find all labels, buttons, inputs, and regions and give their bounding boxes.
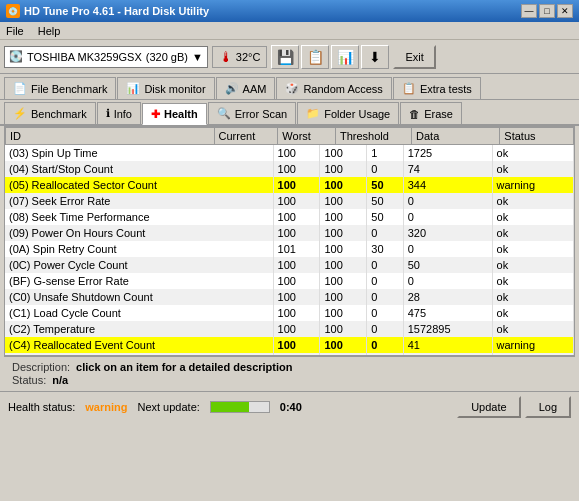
col-header-data: Data	[412, 128, 500, 145]
dropdown-arrow-icon: ▼	[192, 51, 203, 63]
description-value: click on an item for a detailed descript…	[76, 361, 292, 373]
action-buttons: Update Log	[457, 396, 571, 418]
smart-table-container: ID Current Worst Threshold Data Status (…	[4, 126, 575, 356]
save-button[interactable]: 💾	[271, 45, 299, 69]
health-status-value: warning	[85, 401, 127, 413]
table-row[interactable]: (0C) Power Cycle Count100100050ok	[5, 257, 574, 273]
smart-data-table: (03) Spin Up Time10010011725ok(04) Start…	[5, 145, 574, 355]
tab-benchmark[interactable]: ⚡ Benchmark	[4, 102, 96, 124]
col-header-id: ID	[6, 128, 215, 145]
benchmark-icon: ⚡	[13, 107, 27, 120]
col-header-current: Current	[214, 128, 278, 145]
table-scroll-area[interactable]: (03) Spin Up Time10010011725ok(04) Start…	[5, 145, 574, 355]
description-area: Description: click on an item for a deta…	[4, 356, 575, 391]
tab-health[interactable]: ✚ Health	[142, 103, 207, 125]
tab-erase[interactable]: 🗑 Erase	[400, 102, 462, 124]
table-row[interactable]: (C2) Temperature10010001572895ok	[5, 321, 574, 337]
tab-aam[interactable]: 🔊 AAM	[216, 77, 276, 99]
table-row[interactable]: (05) Reallocated Sector Count10010050344…	[5, 177, 574, 193]
drive-icon: 💽	[9, 50, 23, 63]
col-header-worst: Worst	[278, 128, 336, 145]
status-label: Status:	[12, 374, 46, 386]
drive-selector[interactable]: 💽 TOSHIBA MK3259GSX (320 gB) ▼	[4, 46, 208, 68]
table-row[interactable]: (04) Start/Stop Count100100074ok	[5, 161, 574, 177]
table-row[interactable]: (BF) G-sense Error Rate10010000ok	[5, 273, 574, 289]
app-icon: 💿	[6, 4, 20, 18]
description-row: Description: click on an item for a deta…	[12, 361, 567, 373]
extra-tests-icon: 📋	[402, 82, 416, 95]
table-row[interactable]: (C5) Current Pending Sector10010000ok	[5, 353, 574, 355]
description-label: Description:	[12, 361, 70, 373]
file-benchmark-icon: 📄	[13, 82, 27, 95]
random-access-icon: 🎲	[285, 82, 299, 95]
table-row[interactable]: (03) Spin Up Time10010011725ok	[5, 145, 574, 161]
table-row[interactable]: (09) Power On Hours Count1001000320ok	[5, 225, 574, 241]
status-value: n/a	[52, 374, 68, 386]
progress-bar	[210, 401, 270, 413]
tab-error-scan[interactable]: 🔍 Error Scan	[208, 102, 297, 124]
tab-row-2: ⚡ Benchmark ℹ Info ✚ Health 🔍 Error Scan…	[0, 100, 579, 126]
status-bar: Health status: warning Next update: 0:40…	[0, 391, 579, 421]
table-row[interactable]: (C0) Unsafe Shutdown Count100100028ok	[5, 289, 574, 305]
table-row[interactable]: (C1) Load Cycle Count1001000475ok	[5, 305, 574, 321]
temperature-value: 32°C	[236, 51, 261, 63]
status-row: Status: n/a	[12, 374, 567, 386]
health-icon: ✚	[151, 108, 160, 121]
table-body: (03) Spin Up Time10010011725ok(04) Start…	[5, 145, 574, 355]
table-row[interactable]: (08) Seek Time Performance100100500ok	[5, 209, 574, 225]
aam-icon: 🔊	[225, 82, 239, 95]
table-row[interactable]: (0A) Spin Retry Count101100300ok	[5, 241, 574, 257]
disk-monitor-icon: 📊	[126, 82, 140, 95]
download-button[interactable]: ⬇	[361, 45, 389, 69]
toolbar-action-buttons: 💾 📋 📊 ⬇	[271, 45, 389, 69]
title-bar-left: 💿 HD Tune Pro 4.61 - Hard Disk Utility	[6, 4, 209, 18]
tab-disk-monitor[interactable]: 📊 Disk monitor	[117, 77, 214, 99]
progress-fill	[211, 402, 249, 412]
tab-folder-usage[interactable]: 📁 Folder Usage	[297, 102, 399, 124]
table-row[interactable]: (C4) Reallocated Event Count100100041war…	[5, 337, 574, 353]
maximize-button[interactable]: □	[539, 4, 555, 18]
col-header-threshold: Threshold	[335, 128, 411, 145]
update-button[interactable]: Update	[457, 396, 520, 418]
copy-button[interactable]: 📋	[301, 45, 329, 69]
tab-file-benchmark[interactable]: 📄 File Benchmark	[4, 77, 116, 99]
health-status-label: Health status:	[8, 401, 75, 413]
drive-size: (320 gB)	[146, 51, 188, 63]
temperature-display: 🌡 32°C	[212, 46, 268, 68]
exit-button[interactable]: Exit	[393, 45, 435, 69]
log-button[interactable]: Log	[525, 396, 571, 418]
drive-name: TOSHIBA MK3259GSX	[27, 51, 142, 63]
tab-row-1: 📄 File Benchmark 📊 Disk monitor 🔊 AAM 🎲 …	[0, 74, 579, 100]
menu-help[interactable]: Help	[36, 25, 63, 37]
menu-file[interactable]: File	[4, 25, 26, 37]
tab-extra-tests[interactable]: 📋 Extra tests	[393, 77, 481, 99]
update-time: 0:40	[280, 401, 302, 413]
table-row[interactable]: (07) Seek Error Rate100100500ok	[5, 193, 574, 209]
menu-bar: File Help	[0, 22, 579, 40]
toolbar: 💽 TOSHIBA MK3259GSX (320 gB) ▼ 🌡 32°C 💾 …	[0, 40, 579, 74]
table-header: ID Current Worst Threshold Data Status	[6, 128, 574, 145]
next-update-label: Next update:	[137, 401, 199, 413]
window-controls[interactable]: — □ ✕	[521, 4, 573, 18]
info-icon: ℹ	[106, 107, 110, 120]
tab-info[interactable]: ℹ Info	[97, 102, 141, 124]
close-button[interactable]: ✕	[557, 4, 573, 18]
thermometer-icon: 🌡	[219, 49, 233, 65]
folder-usage-icon: 📁	[306, 107, 320, 120]
erase-icon: 🗑	[409, 108, 420, 120]
window-title: HD Tune Pro 4.61 - Hard Disk Utility	[24, 5, 209, 17]
tab-random-access[interactable]: 🎲 Random Access	[276, 77, 391, 99]
title-bar: 💿 HD Tune Pro 4.61 - Hard Disk Utility —…	[0, 0, 579, 22]
col-header-status: Status	[500, 128, 574, 145]
minimize-button[interactable]: —	[521, 4, 537, 18]
smart-table: ID Current Worst Threshold Data Status	[5, 127, 574, 145]
error-scan-icon: 🔍	[217, 107, 231, 120]
chart-button[interactable]: 📊	[331, 45, 359, 69]
